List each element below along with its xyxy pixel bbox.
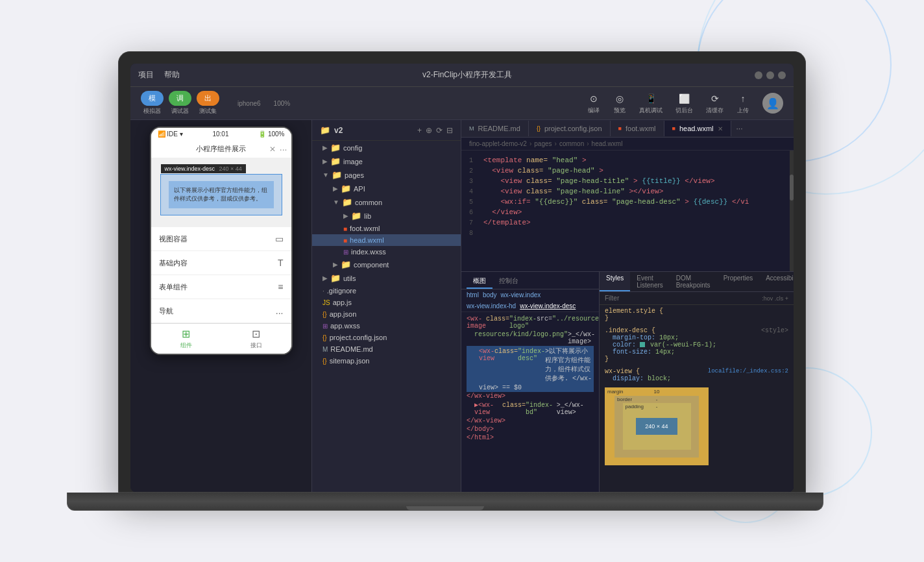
action-preview[interactable]: ◎ 预览 — [613, 92, 626, 115]
background-icon: ⬜ — [678, 92, 691, 105]
tree-item-readme[interactable]: M README.md — [312, 343, 461, 355]
tab-more-icon[interactable]: ··· — [731, 120, 748, 137]
list-item-icon-view: ▭ — [275, 234, 284, 244]
new-file-icon[interactable]: + — [417, 126, 422, 135]
tree-item-api[interactable]: ▶ 📁 API — [312, 182, 461, 195]
line-num-8: 8 — [461, 230, 481, 237]
list-item-label-nav: 导航 — [159, 306, 173, 316]
styles-tab-properties[interactable]: Properties — [717, 272, 760, 291]
code-editor[interactable]: 1 <template name= "head" > 2 — [461, 151, 794, 271]
file-index-wxss-icon: ⊞ — [343, 249, 348, 256]
list-item-nav[interactable]: 导航 ... — [151, 299, 291, 323]
tree-item-app-wxss[interactable]: ⊞ app.wxss — [312, 320, 461, 332]
tree-item-head-wxml[interactable]: ■ head.wxml — [312, 234, 461, 246]
tab-foot-wxml[interactable]: ■ foot.wxml — [611, 121, 664, 136]
line-num-6: 6 — [461, 209, 481, 216]
new-folder-icon[interactable]: ⊕ — [426, 126, 432, 135]
styles-tab-dom-breakpoints[interactable]: DOM Breakpoints — [670, 272, 717, 291]
element-wx-view-index[interactable]: wx-view.index — [501, 291, 541, 299]
tree-label-utils: utils — [343, 275, 356, 282]
tab-simulator-btn[interactable]: 模 — [141, 91, 164, 106]
code-line-3: 3 <view class= "page-head-title" > {{tit… — [461, 177, 794, 187]
element-body[interactable]: body — [483, 291, 497, 299]
element-html[interactable]: html — [467, 291, 479, 299]
html-code-line-9: </html> — [467, 434, 594, 442]
tree-item-index-wxss[interactable]: ⊞ index.wxss — [312, 246, 461, 258]
refresh-icon[interactable]: ⟳ — [436, 126, 443, 135]
wx-view-source: localfile:/_index.css:2 — [708, 368, 788, 374]
tree-item-app-json[interactable]: {} app.json — [312, 308, 461, 320]
html-tab-console[interactable]: 控制台 — [492, 275, 525, 289]
component-highlight-container: wx-view.index-desc 240 × 44 以下将展示小程序官方组件… — [151, 158, 291, 225]
styles-tabs: Styles Event Listeners DOM Breakpoints P… — [600, 272, 794, 292]
tab-head-wxml[interactable]: ■ head.wxml ✕ — [664, 121, 731, 136]
tab-debugger[interactable]: 调 调试器 — [169, 91, 191, 116]
code-content-1: <template name= "head" > — [481, 156, 586, 164]
box-border-layer: border - padding - — [614, 396, 699, 458]
components-tab-label: 组件 — [180, 341, 192, 350]
file-app-js-icon: JS — [322, 299, 330, 306]
tree-label-index-wxss: index.wxss — [351, 248, 386, 256]
tab-test-btn[interactable]: 出 — [197, 91, 219, 106]
tab-readme[interactable]: M README.md — [461, 121, 529, 136]
user-avatar[interactable]: 👤 — [762, 93, 783, 114]
scrollbar-track[interactable] — [790, 151, 794, 271]
tab-project-config[interactable]: {} project.config.json — [529, 121, 611, 136]
action-upload[interactable]: ↑ 上传 — [736, 92, 749, 115]
collapse-icon[interactable]: ⊟ — [446, 126, 453, 135]
phone-nav-dots-icon: ··· — [280, 144, 287, 154]
tab-test[interactable]: 出 测试集 — [197, 91, 219, 116]
action-clear-cache[interactable]: ⟳ 清缓存 — [706, 92, 723, 115]
list-item-form[interactable]: 表单组件 ≡ — [151, 275, 291, 299]
code-line-7: 7 </template> — [461, 218, 794, 228]
tree-item-pages[interactable]: ▼ 📁 pages — [312, 168, 461, 182]
display-val: block; — [648, 375, 671, 382]
toolbar-actions: ⊙ 编译 ◎ 预览 📱 真机调试 ⬜ 切后台 — [587, 92, 749, 115]
scrollbar-thumb[interactable] — [790, 175, 794, 201]
phone-list-items: 视图容器 ▭ 基础内容 T 表单组件 — [151, 227, 291, 323]
zoom-level: 100% — [274, 100, 291, 107]
html-tab-overview[interactable]: 概图 — [467, 275, 492, 289]
file-app-wxss-icon: ⊞ — [322, 323, 328, 330]
element-wx-view-index-desc[interactable]: wx-view.index-desc — [520, 302, 576, 310]
phone-nav-title: 小程序组件展示 — [196, 144, 246, 154]
tree-item-config[interactable]: ▶ 📁 config — [312, 141, 461, 154]
list-item-basic[interactable]: 基础内容 T — [151, 251, 291, 275]
padding-val-display: - — [656, 404, 658, 409]
win-minimize[interactable] — [755, 71, 762, 79]
win-close[interactable] — [778, 71, 786, 79]
tree-item-sitemap[interactable]: {} sitemap.json — [312, 355, 461, 367]
clear-cache-icon: ⟳ — [709, 92, 722, 105]
styles-tab-event-listeners[interactable]: Event Listeners — [630, 272, 670, 291]
tree-item-lib[interactable]: ▶ 📁 lib — [312, 209, 461, 223]
tab-debugger-btn[interactable]: 调 — [169, 91, 191, 106]
main-content: 📶 IDE ▾ 10:01 🔋 100% 小程序组件展示 ✕ ··· — [130, 120, 794, 492]
border-val-display: - — [656, 397, 658, 402]
win-maximize[interactable] — [766, 71, 774, 79]
menu-item-project[interactable]: 项目 — [138, 69, 154, 80]
app-window: 项目 帮助 v2-FinClip小程序开发工具 模 — [130, 64, 794, 492]
tree-item-component[interactable]: ▶ 📁 component — [312, 258, 461, 271]
menu-item-help[interactable]: 帮助 — [164, 69, 180, 80]
tree-item-image[interactable]: ▶ 📁 image — [312, 154, 461, 168]
action-compile[interactable]: ⊙ 编译 — [587, 92, 600, 115]
styles-tab-accessibility[interactable]: Accessibility — [759, 272, 794, 291]
tree-item-app-js[interactable]: JS app.js — [312, 297, 461, 308]
tree-item-gitignore[interactable]: · .gitignore — [312, 285, 461, 297]
action-background[interactable]: ⬜ 切后台 — [675, 92, 693, 115]
tree-item-foot-wxml[interactable]: ■ foot.wxml — [312, 223, 461, 234]
phone-tab-interface[interactable]: ⊡ 接口 — [221, 324, 291, 354]
element-wx-view-index-hd[interactable]: wx-view.index-hd — [467, 302, 516, 310]
action-device-debug[interactable]: 📱 真机调试 — [639, 92, 663, 115]
tree-item-project-config[interactable]: {} project.config.json — [312, 332, 461, 343]
styles-filter-input[interactable] — [605, 295, 758, 302]
tab-readme-label: README.md — [478, 125, 520, 132]
styles-rule-element: element.style { } — [600, 305, 794, 324]
tab-simulator[interactable]: 模 模拟器 — [141, 91, 164, 116]
list-item-view-container[interactable]: 视图容器 ▭ — [151, 227, 291, 251]
tab-close-icon[interactable]: ✕ — [718, 125, 723, 132]
tree-item-utils[interactable]: ▶ 📁 utils — [312, 271, 461, 285]
phone-tab-components[interactable]: ⊞ 组件 — [151, 324, 221, 354]
tree-item-common[interactable]: ▼ 📁 common — [312, 195, 461, 209]
styles-tab-styles[interactable]: Styles — [600, 272, 630, 291]
